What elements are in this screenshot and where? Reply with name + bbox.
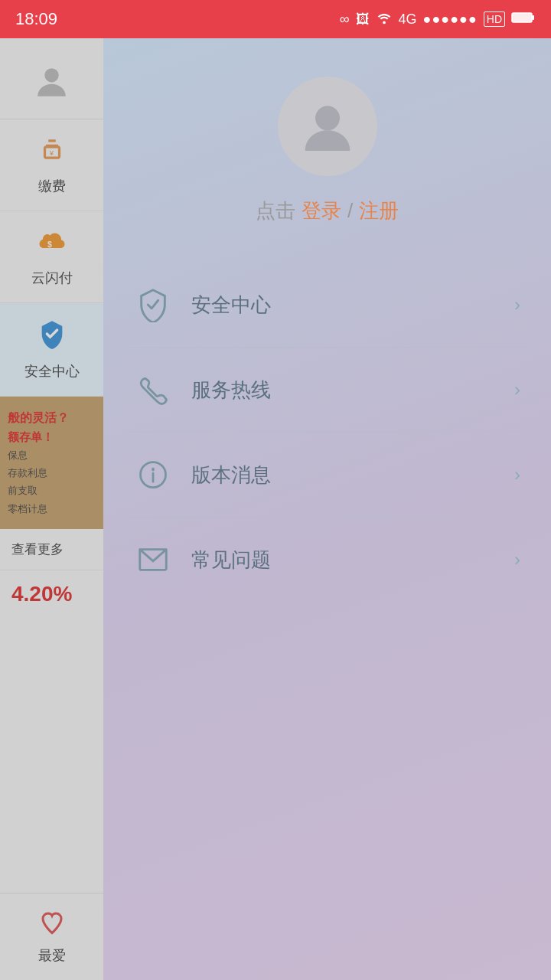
wifi-icon [376,11,393,28]
signal-dots: ●●●●●● [423,11,478,28]
menu-version-label: 版本消息 [191,462,514,488]
separator: / [347,199,353,223]
battery-icon [511,11,536,28]
chevron-right-icon-2: › [514,379,520,400]
menu-item-security-center[interactable]: 安全中心 › [126,263,528,348]
status-time: 18:09 [15,9,57,29]
status-bar: 18:09 ∞ 🖼 4G ●●●●●● HD [0,0,551,38]
menu-item-faq[interactable]: 常见问题 › [126,518,528,602]
status-icons: ∞ 🖼 4G ●●●●●● HD [340,11,536,28]
svg-rect-1 [512,13,532,22]
menu-security-label: 安全中心 [191,292,514,318]
shield-check-icon [134,286,172,324]
hd-icon: HD [484,11,505,27]
login-register-text: 点击 登录 / 注册 [256,198,399,224]
menu-item-version[interactable]: 版本消息 › [126,433,528,518]
info-circle-icon [134,456,172,494]
click-prefix: 点击 [256,198,295,224]
chevron-right-icon-4: › [514,549,520,570]
sidebar-dim-overlay [0,38,103,980]
svg-rect-2 [532,15,534,20]
envelope-icon [134,541,172,579]
loop-icon: ∞ [340,11,350,28]
phone-icon [134,371,172,409]
main-panel: 点击 登录 / 注册 安全中心 › 服务热线 › [103,38,551,980]
svg-point-6 [315,106,340,130]
register-link[interactable]: 注册 [359,198,399,224]
menu-faq-label: 常见问题 [191,547,514,573]
chevron-right-icon-3: › [514,464,520,485]
avatar[interactable] [278,77,377,176]
image-icon: 🖼 [356,11,370,28]
login-link[interactable]: 登录 [302,198,341,224]
chevron-right-icon: › [514,294,520,315]
menu-hotline-label: 服务热线 [191,377,514,403]
menu-item-service-hotline[interactable]: 服务热线 › [126,348,528,433]
avatar-icon [297,96,358,157]
signal-label: 4G [399,11,417,28]
svg-point-0 [383,21,386,24]
menu-list: 安全中心 › 服务热线 › 版本消息 › [103,263,551,602]
